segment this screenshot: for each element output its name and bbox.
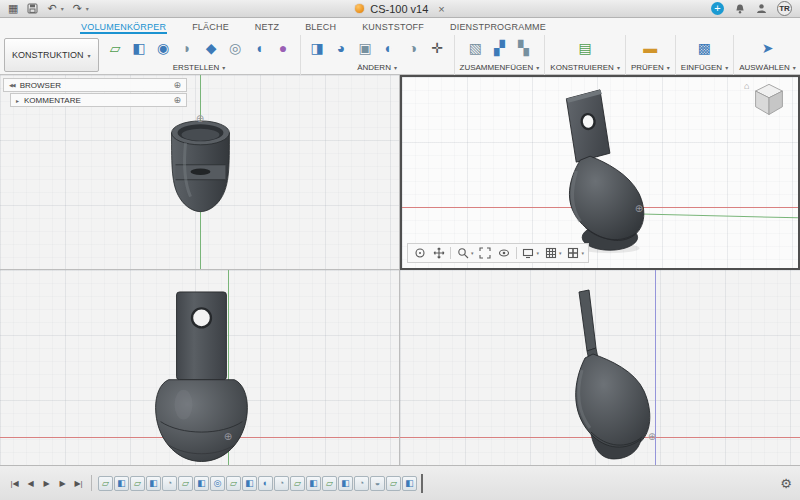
browser-header[interactable]: ◀◀ BROWSER ⊕: [3, 78, 187, 92]
divider: [450, 247, 451, 259]
tab-netz[interactable]: NETZ: [254, 22, 280, 34]
step-forward-button[interactable]: ▶: [56, 479, 69, 488]
close-document-icon[interactable]: ×: [438, 3, 444, 15]
timeline-feature-icon[interactable]: ◧: [114, 476, 129, 491]
go-to-start-button[interactable]: |◀: [8, 479, 21, 488]
form-icon[interactable]: ●: [272, 37, 295, 60]
go-to-end-button[interactable]: ▶|: [72, 479, 85, 488]
group-menu-aendern[interactable]: ÄNDERN ▾: [357, 61, 397, 74]
tab-flaeche[interactable]: FLÄCHE: [191, 22, 230, 34]
timeline-feature-icon[interactable]: ▱: [98, 476, 113, 491]
save-icon[interactable]: [27, 3, 38, 14]
look-at-icon[interactable]: [497, 246, 512, 260]
timeline-feature-icon[interactable]: ◒: [370, 476, 385, 491]
home-icon[interactable]: ⌂: [744, 81, 749, 91]
timeline-feature-icon[interactable]: ▱: [386, 476, 401, 491]
redo-caret-icon[interactable]: ▾: [86, 5, 89, 12]
timeline-feature-icon[interactable]: ▱: [130, 476, 145, 491]
insert-canvas-icon[interactable]: ▩: [693, 37, 716, 60]
timeline-feature-icon[interactable]: ◔: [274, 476, 289, 491]
press-pull-icon[interactable]: ◨: [306, 37, 329, 60]
undo-icon[interactable]: ↶: [47, 3, 56, 14]
group-menu-einfuegen[interactable]: EINFÜGEN ▾: [681, 61, 728, 74]
fillet-icon[interactable]: ◕: [330, 37, 353, 60]
create-sketch-icon[interactable]: ▱: [104, 37, 127, 60]
viewport-perspective[interactable]: ⊕ ⌂: [400, 75, 800, 270]
timeline-feature-icon[interactable]: ◔: [354, 476, 369, 491]
model-view-perspective[interactable]: [402, 77, 798, 270]
tab-dienstprogramme[interactable]: DIENSTPROGRAMME: [449, 22, 547, 34]
group-menu-auswaehlen[interactable]: AUSWÄHLEN ▾: [739, 61, 796, 74]
group-menu-pruefen[interactable]: PRÜFEN ▾: [631, 61, 670, 74]
expand-icon[interactable]: ▸: [16, 97, 19, 104]
split-body-icon[interactable]: ◑: [402, 37, 425, 60]
origin-marker: ⊕: [196, 114, 204, 124]
viewport-side[interactable]: ⊕: [400, 270, 800, 465]
tab-blech[interactable]: BLECH: [304, 22, 337, 34]
toolbar-group-zusammenfuegen: ▧▞▚ ZUSAMMENFÜGEN ▾: [455, 35, 546, 75]
step-back-button[interactable]: ◀: [24, 479, 37, 488]
group-menu-erstellen[interactable]: ERSTELLEN ▾: [173, 61, 226, 74]
origin-marker: ⊕: [648, 432, 656, 442]
measure-icon[interactable]: ▬: [639, 37, 662, 60]
undo-caret-icon[interactable]: ▾: [61, 5, 64, 12]
new-component-icon[interactable]: ▧: [464, 37, 487, 60]
sweep-icon[interactable]: ◗: [176, 37, 199, 60]
timeline-feature-icon[interactable]: ▱: [178, 476, 193, 491]
timeline-feature-icon[interactable]: ◔: [162, 476, 177, 491]
pipe-icon[interactable]: ◖: [248, 37, 271, 60]
panel-options-icon[interactable]: ⊕: [173, 80, 181, 90]
shell-icon[interactable]: ▣: [354, 37, 377, 60]
select-icon[interactable]: ➤: [756, 37, 779, 60]
construction-plane-icon[interactable]: ▤: [574, 37, 597, 60]
panel-options-icon[interactable]: ⊕: [173, 95, 181, 105]
joint-icon[interactable]: ▞: [488, 37, 511, 60]
view-cube[interactable]: ⌂: [748, 81, 790, 119]
user-icon[interactable]: [756, 3, 767, 14]
combine-icon[interactable]: ◐: [378, 37, 401, 60]
timeline-feature-icon[interactable]: ▱: [226, 476, 241, 491]
coil-icon[interactable]: ◎: [224, 37, 247, 60]
tab-volumenkoerper[interactable]: VOLUMENKÖRPER: [80, 22, 167, 34]
play-button[interactable]: ▶: [40, 479, 53, 488]
timeline-feature-icon[interactable]: ◎: [210, 476, 225, 491]
fit-icon[interactable]: [478, 246, 493, 260]
timeline-feature-icon[interactable]: ◧: [146, 476, 161, 491]
model-view-side[interactable]: [400, 270, 800, 465]
timeline-position-marker[interactable]: [421, 474, 423, 493]
timeline-feature-icon[interactable]: ◧: [242, 476, 257, 491]
timeline-feature-icon[interactable]: ▱: [322, 476, 337, 491]
notifications-bell-icon[interactable]: [734, 3, 746, 15]
multi-view-icon[interactable]: [566, 246, 581, 260]
loft-icon[interactable]: ◆: [200, 37, 223, 60]
revolve-icon[interactable]: ◉: [152, 37, 175, 60]
profile-badge[interactable]: TR: [777, 1, 792, 16]
pan-icon[interactable]: [431, 246, 446, 260]
timeline-feature-icon[interactable]: ◧: [338, 476, 353, 491]
application-menu-icon[interactable]: ▦: [8, 3, 18, 14]
timeline-feature-icon[interactable]: ◧: [194, 476, 209, 491]
rigid-group-icon[interactable]: ▚: [512, 37, 535, 60]
timeline-feature-icon[interactable]: ◧: [402, 476, 417, 491]
display-settings-icon[interactable]: [521, 246, 536, 260]
redo-icon[interactable]: ↷: [73, 3, 82, 14]
collapse-panel-icon[interactable]: ◀◀: [9, 82, 15, 88]
tab-kunststoff[interactable]: KUNSTSTOFF: [361, 22, 425, 34]
caret-icon: ▾: [725, 64, 728, 71]
timeline-feature-icon[interactable]: ◧: [306, 476, 321, 491]
move-copy-icon[interactable]: ✛: [426, 37, 449, 60]
model-view-front[interactable]: [0, 270, 399, 465]
comments-header[interactable]: ▸ KOMMENTARE ⊕: [10, 93, 187, 107]
grid-display-icon[interactable]: [543, 246, 558, 260]
settings-gear-icon[interactable]: ⚙: [780, 476, 792, 491]
group-menu-konstruieren[interactable]: KONSTRUIEREN ▾: [550, 61, 620, 74]
timeline-feature-icon[interactable]: ▱: [290, 476, 305, 491]
konstruktion-dropdown[interactable]: KONSTRUKTION ▾: [4, 38, 99, 72]
orbit-icon[interactable]: [412, 246, 427, 260]
new-document-button[interactable]: +: [711, 2, 724, 15]
extrude-icon[interactable]: ◧: [128, 37, 151, 60]
zoom-icon[interactable]: [455, 246, 470, 260]
timeline-feature-icon[interactable]: ◐: [258, 476, 273, 491]
group-menu-zusammenfuegen[interactable]: ZUSAMMENFÜGEN ▾: [460, 61, 540, 74]
viewport-front[interactable]: ⊕: [0, 270, 400, 465]
